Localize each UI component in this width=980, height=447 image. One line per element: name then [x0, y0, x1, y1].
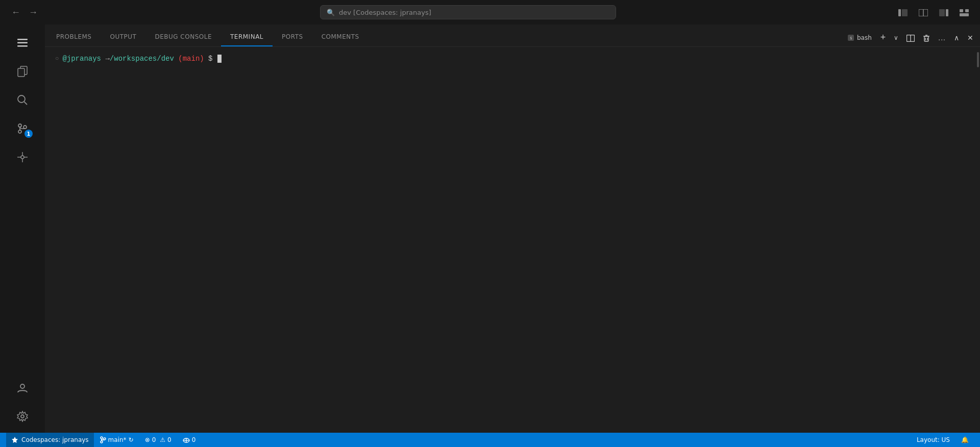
close-panel-button[interactable]: ✕ — [965, 32, 976, 43]
svg-rect-4 — [946, 9, 948, 16]
sync-icon: ↻ — [129, 436, 134, 443]
tab-problems[interactable]: PROBLEMS — [47, 28, 101, 46]
terminal-space — [174, 53, 178, 64]
activity-item-extensions[interactable] — [9, 143, 36, 169]
status-layout[interactable]: Layout: US — [912, 433, 955, 447]
titlebar: ← → 🔍 dev [Codespaces: jpranays] — [0, 0, 980, 24]
command-palette[interactable]: 🔍 dev [Codespaces: jpranays] — [320, 5, 616, 19]
status-left: Codespaces: jpranays main* ↻ ⊗ 0 ⚠ 0 — [6, 433, 201, 447]
ports-count: 0 — [192, 436, 196, 443]
activity-spacer — [9, 171, 36, 371]
svg-rect-10 — [17, 42, 28, 43]
back-button[interactable]: ← — [8, 5, 23, 20]
panel-tabs: PROBLEMS OUTPUT DEBUG CONSOLE TERMINAL P… — [45, 24, 980, 47]
errors-icon: ⊗ — [145, 436, 150, 443]
svg-rect-8 — [960, 13, 969, 16]
tab-ports[interactable]: PORTS — [273, 28, 312, 46]
warnings-count: 0 — [167, 436, 172, 443]
settings-icon — [17, 409, 28, 422]
activity-item-explorer[interactable] — [9, 57, 36, 84]
search-text: dev [Codespaces: jpranays] — [339, 9, 431, 16]
codespace-icon — [11, 436, 18, 444]
activity-item-settings[interactable] — [9, 402, 36, 429]
tab-debug-console[interactable]: DEBUG CONSOLE — [145, 28, 221, 46]
toggle-primary-sidebar-button[interactable] — [895, 6, 911, 19]
branch-icon — [100, 436, 106, 444]
customize-layout-button[interactable] — [957, 6, 972, 19]
activity-item-search[interactable] — [9, 86, 36, 112]
terminal-scrollbar[interactable] — [977, 52, 979, 67]
status-right: Layout: US 🔔 — [912, 433, 974, 447]
delete-terminal-button[interactable] — [920, 31, 933, 43]
maximize-panel-button[interactable]: ∧ — [951, 32, 962, 43]
svg-rect-1 — [902, 9, 908, 16]
terminal-prompt-line: ○ @jpranays → /workspaces/dev (main) $ — [55, 53, 970, 64]
codespace-label: Codespaces: jpranays — [21, 436, 89, 443]
extensions-icon — [17, 150, 28, 163]
svg-rect-13 — [18, 68, 24, 77]
svg-rect-7 — [965, 9, 969, 12]
toggle-editor-layout-button[interactable] — [916, 6, 931, 19]
tab-comments[interactable]: COMMENTS — [312, 28, 369, 46]
svg-point-14 — [18, 95, 25, 103]
status-errors[interactable]: ⊗ 0 ⚠ 0 — [140, 433, 177, 447]
status-codespace[interactable]: Codespaces: jpranays — [6, 433, 94, 447]
terminal-branch: (main) — [178, 53, 204, 64]
warnings-icon: ⚠ — [160, 436, 165, 443]
activity-item-menu[interactable] — [9, 29, 36, 55]
svg-point-26 — [21, 415, 24, 418]
split-terminal-button[interactable] — [904, 32, 917, 43]
svg-point-37 — [101, 441, 103, 443]
status-branch[interactable]: main* ↻ — [95, 433, 139, 447]
tab-output[interactable]: OUTPUT — [101, 28, 146, 46]
more-actions-button[interactable]: ... — [936, 32, 948, 43]
activity-item-source-control[interactable]: 1 — [9, 114, 36, 141]
svg-text:$: $ — [850, 36, 852, 40]
terminal-path: /workspaces/dev — [110, 53, 174, 64]
status-bar: Codespaces: jpranays main* ↻ ⊗ 0 ⚠ 0 — [0, 433, 980, 447]
search-icon: 🔍 — [327, 9, 335, 16]
terminal-prompt: $ — [204, 53, 217, 64]
svg-rect-11 — [17, 45, 28, 47]
svg-rect-32 — [924, 36, 928, 41]
titlebar-left: ← → — [8, 5, 41, 20]
forward-button[interactable]: → — [26, 5, 41, 20]
shell-selector[interactable]: $ bash — [844, 33, 875, 43]
titlebar-nav: ← → — [8, 5, 41, 20]
svg-rect-0 — [898, 9, 901, 16]
svg-point-36 — [101, 437, 103, 439]
branch-label: main* — [108, 436, 127, 443]
svg-point-20 — [21, 156, 24, 159]
activity-bar: 1 — [0, 24, 45, 433]
svg-rect-9 — [17, 39, 28, 40]
status-bell[interactable]: 🔔 — [956, 433, 974, 447]
terminal-chevron-button[interactable]: ∨ — [891, 33, 901, 43]
errors-count: 0 — [152, 436, 156, 443]
status-ports[interactable]: 0 — [178, 433, 201, 447]
terminal-content[interactable]: ○ @jpranays → /workspaces/dev (main) $ — [45, 47, 980, 433]
terminal-cursor — [217, 55, 222, 63]
ports-icon — [183, 436, 190, 443]
tab-terminal[interactable]: TERMINAL — [221, 28, 273, 46]
svg-rect-5 — [939, 9, 945, 16]
account-icon — [17, 381, 28, 393]
layout-label: Layout: US — [917, 436, 950, 443]
svg-point-25 — [20, 384, 24, 388]
svg-point-17 — [18, 130, 21, 133]
add-terminal-button[interactable]: + — [878, 31, 889, 44]
shell-name: bash — [857, 34, 872, 41]
activity-item-account[interactable] — [9, 374, 36, 400]
titlebar-right — [895, 6, 972, 19]
copy-icon — [17, 64, 28, 77]
svg-rect-6 — [960, 9, 963, 12]
bell-icon: 🔔 — [961, 436, 969, 443]
search-icon — [17, 93, 28, 106]
toggle-secondary-sidebar-button[interactable] — [936, 6, 951, 19]
svg-point-38 — [104, 438, 106, 440]
svg-point-16 — [18, 124, 21, 127]
editor-area: PROBLEMS OUTPUT DEBUG CONSOLE TERMINAL P… — [45, 24, 980, 433]
terminal-arrow: → — [101, 53, 110, 64]
svg-line-15 — [24, 102, 28, 105]
source-control-badge: 1 — [24, 130, 33, 138]
main-content: 1 — [0, 24, 980, 433]
